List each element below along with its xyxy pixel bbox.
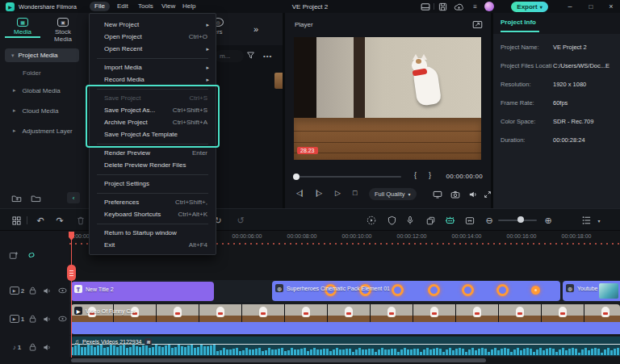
video-track2-badge: ▶2 — [8, 286, 26, 295]
search-input[interactable]: m... — [215, 50, 244, 62]
track-manager-caret-icon[interactable]: ▾ — [593, 215, 605, 226]
menu-archive-project[interactable]: Archive ProjectCtrl+Shift+A — [90, 116, 215, 128]
maximize-button[interactable]: □ — [585, 2, 597, 11]
lock-track-icon[interactable] — [27, 342, 38, 352]
hide-track-icon[interactable] — [57, 314, 68, 324]
delete-icon[interactable] — [74, 215, 87, 226]
menu-open-project[interactable]: Open ProjectCtrl+O — [90, 31, 215, 43]
more-options-button[interactable]: ••• — [263, 52, 272, 60]
next-frame-button[interactable]: |▷ — [316, 189, 321, 197]
close-button[interactable]: × — [605, 2, 617, 11]
mark-in-button[interactable]: { — [414, 171, 417, 179]
media-thumbnail-partial[interactable] — [274, 73, 283, 89]
menu-return-to-startup-window[interactable]: Return to Startup window — [90, 227, 215, 239]
redo-icon[interactable]: ↷ — [53, 215, 66, 226]
menubar-help[interactable]: Help — [178, 2, 200, 11]
menubar-view[interactable]: View — [157, 2, 180, 11]
file-menu-dropdown: New Project▸ Open ProjectCtrl+O Open Rec… — [89, 13, 216, 255]
hide-track-icon[interactable] — [57, 286, 68, 295]
clip-element-superheroes[interactable]: ◎Superheroes Cinematic Pack Element 01 — [272, 281, 560, 301]
seek-handle[interactable] — [293, 174, 300, 180]
cloud-upload-icon[interactable] — [454, 2, 464, 12]
mute-track-icon[interactable] — [41, 286, 52, 295]
lock-track-icon[interactable] — [27, 286, 38, 295]
collapse-panel-button[interactable]: ‹ — [67, 192, 80, 203]
playhead-marker-tag[interactable] — [67, 265, 76, 281]
clip-audio[interactable]: ♫Pexels Videos 2122934≋ — [71, 337, 620, 356]
volume-envelope-line[interactable] — [71, 344, 620, 345]
tab-stock-media[interactable]: ▣ Stock Media — [45, 16, 81, 43]
playhead-line[interactable] — [71, 232, 72, 358]
menu-project-settings[interactable]: Project Settings — [90, 178, 215, 190]
mute-track-icon[interactable] — [41, 314, 52, 324]
zoom-out-icon[interactable]: ⊖ — [483, 215, 496, 226]
menu-exit[interactable]: ExitAlt+F4 — [90, 239, 215, 251]
expand-tabs-icon[interactable]: » — [253, 24, 258, 34]
play-button[interactable]: ▷ — [335, 189, 341, 197]
menu-preferences[interactable]: PreferencesCtrl+Shift+, — [90, 196, 215, 208]
tab-project-info[interactable]: Project Info — [501, 19, 536, 26]
filter-icon[interactable] — [246, 51, 255, 60]
menu-open-recent[interactable]: Open Recent▸ — [90, 43, 215, 55]
shield-mask-icon[interactable] — [385, 215, 398, 226]
quality-dropdown[interactable]: Full Quality▾ — [369, 188, 417, 200]
auto-ripple-link-icon[interactable] — [26, 250, 37, 260]
menu-keyboard-shortcuts[interactable]: Keyboard ShortcutsCtrl+Alt+K — [90, 208, 215, 220]
menu-save-project-as[interactable]: Save Project As...Ctrl+Shift+S — [90, 104, 215, 116]
minimize-button[interactable]: – — [564, 2, 576, 11]
menubar-edit[interactable]: Edit — [112, 2, 133, 11]
save-icon[interactable] — [438, 2, 448, 12]
undo-icon[interactable]: ↶ — [34, 215, 47, 226]
sidebar-item-adjustment-layer[interactable]: ▸Adjustment Layer — [13, 128, 73, 135]
display-device-icon[interactable] — [432, 190, 443, 199]
menubar-tools[interactable]: Tools — [133, 2, 158, 11]
menubar-file[interactable]: File — [90, 2, 110, 11]
seek-bar[interactable] — [295, 176, 401, 178]
render-history-icon[interactable]: ↺ — [234, 215, 247, 226]
menu-render-preview[interactable]: Render PreviewEnter — [90, 147, 215, 159]
speaker-icon[interactable] — [467, 190, 479, 199]
previous-frame-button[interactable]: ◁| — [296, 189, 302, 197]
info-value: 1920 x 1080 — [553, 81, 586, 88]
add-to-track-icon[interactable] — [8, 250, 19, 260]
sidebar-item-global-media[interactable]: ▸Global Media — [13, 87, 61, 94]
menu-save-project-as-template[interactable]: Save Project As Template — [90, 128, 215, 140]
menu-new-project[interactable]: New Project▸ — [90, 19, 215, 31]
menu-import-media[interactable]: Import Media▸ — [90, 61, 215, 73]
sidebar-item-cloud-media[interactable]: ▸Cloud Media — [13, 107, 58, 115]
detach-player-icon[interactable] — [472, 20, 483, 29]
clip-youtube[interactable]: ◎Youtube — [563, 281, 620, 301]
timeline-horizontal-scrollbar[interactable] — [71, 358, 486, 362]
lock-track-icon[interactable] — [27, 314, 38, 324]
fullscreen-icon[interactable] — [482, 190, 493, 199]
snapshot-camera-icon[interactable] — [450, 190, 461, 199]
media-grid-view-icon[interactable] — [10, 215, 23, 226]
mute-track-icon[interactable] — [41, 342, 52, 352]
tab-media[interactable]: ▦ Media — [5, 16, 40, 38]
user-avatar[interactable] — [484, 2, 494, 11]
export-button[interactable]: Export▾ — [511, 2, 548, 12]
zoom-slider-handle[interactable] — [517, 216, 524, 223]
clip-video-thumbnails[interactable] — [71, 304, 620, 322]
stop-button[interactable]: □ — [353, 189, 357, 197]
menu-delete-preview-render-files[interactable]: Delete Preview Render Files — [90, 159, 215, 171]
range-marker-icon[interactable] — [463, 215, 476, 226]
mark-out-button[interactable]: } — [429, 171, 431, 179]
folder-icon[interactable] — [29, 192, 42, 203]
menu-save-project[interactable]: Save ProjectCtrl+S — [90, 92, 215, 104]
video-preview[interactable]: 28.23 — [294, 37, 481, 160]
music-note-icon: ♫ — [74, 338, 79, 345]
track-manager-icon[interactable] — [580, 215, 593, 226]
hamburger-menu-icon[interactable]: ≡ — [470, 2, 480, 12]
zoom-in-icon[interactable]: ⊕ — [542, 215, 555, 226]
clip-title[interactable]: TNew Title 2 — [71, 282, 214, 301]
speed-icon[interactable] — [365, 215, 378, 226]
menu-record-media[interactable]: Record Media▸ — [90, 73, 215, 86]
layers-icon[interactable] — [424, 215, 437, 226]
clip-video-lower-band[interactable] — [71, 322, 620, 334]
project-media-dropdown[interactable]: ▾ Project Media — [5, 48, 79, 62]
voiceover-mic-icon[interactable] — [404, 215, 417, 226]
new-folder-icon[interactable] — [10, 192, 23, 203]
layout-icon[interactable] — [420, 2, 430, 12]
ai-assistant-icon[interactable] — [443, 215, 456, 226]
